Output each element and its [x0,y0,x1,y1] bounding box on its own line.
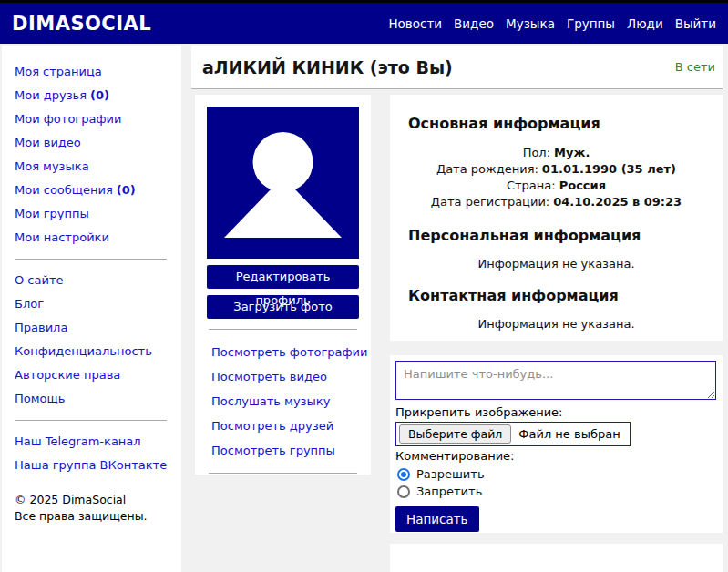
sidebar-item-my-groups[interactable]: Мои группы [15,202,170,226]
sidebar-item-my-messages[interactable]: Мои сообщения(0) [15,179,170,202]
new-post-form: Прикрепить изображение: Выберите файл Фа… [390,355,723,533]
sidebar-item-my-page[interactable]: Моя страница [15,60,170,84]
edit-profile-button[interactable]: Редактировать профиль [207,265,359,289]
sidebar-item-help[interactable]: Помощь [15,387,170,411]
deny-comments-radio[interactable] [397,485,410,498]
allow-comments-option[interactable]: Разрешить [397,465,713,483]
sidebar-item-blog[interactable]: Блог [15,292,170,316]
nav-video[interactable]: Видео [454,16,494,31]
sidebar-item-about[interactable]: О сайте [15,269,170,292]
profile-title-bar: аЛИКИЙ КИНИК (это Вы) В сети [191,46,723,89]
wall-posts-panel [390,544,723,572]
card-divider [209,329,357,330]
sidebar-item-my-friends[interactable]: Мои друзья(0) [15,84,170,107]
sidebar-item-telegram-channel[interactable]: Наш Telegram-канал [15,430,170,454]
listen-music-link[interactable]: Послушать музыку [207,389,359,414]
view-friends-link[interactable]: Посмотреть друзей [207,414,359,438]
page-title: аЛИКИЙ КИНИК (это Вы) [202,57,453,77]
nav-people[interactable]: Люди [627,16,663,31]
messages-count: (0) [117,183,136,197]
sidebar: Моя страница Мои друзья(0) Мои фотографи… [2,46,181,572]
contact-info-empty-text: Информация не указана. [408,317,704,331]
top-header: DIMASOCIAL Новости Видео Музыка Группы Л… [0,0,728,44]
basic-info-heading: Основная информация [408,115,704,132]
birthdate-row: Дата рождения:01.01.1990 (35 лет) [408,161,704,178]
post-submit-button[interactable]: Написать [395,506,479,532]
copyright-notice: © 2025 DimaSocial Все права защищены. [15,492,170,525]
nav-news[interactable]: Новости [388,16,442,31]
allow-comments-radio[interactable] [397,468,410,481]
sidebar-item-vk-group[interactable]: Наша группа ВКонтакте [15,454,170,477]
basic-info-rows: Пол:Муж. Дата рождения:01.01.1990 (35 ле… [408,145,704,210]
card-divider [209,473,357,474]
sidebar-item-my-music[interactable]: Моя музыка [15,155,170,179]
sidebar-item-copyright[interactable]: Авторские права [15,363,170,387]
profile-info-panel: Основная информация Пол:Муж. Дата рожден… [390,95,723,341]
personal-info-empty-text: Информация не указана. [408,257,704,271]
nav-logout[interactable]: Выйти [675,16,716,31]
sidebar-item-my-videos[interactable]: Мои видео [15,131,170,155]
commenting-label: Комментирование: [395,449,713,463]
profile-card: Редактировать профиль Загрузить фото Пос… [195,95,371,475]
choose-file-button[interactable]: Выберите файл [399,424,511,444]
view-videos-link[interactable]: Посмотреть видео [207,364,359,389]
upload-photo-button[interactable]: Загрузить фото [207,295,359,319]
friends-count: (0) [90,88,109,102]
sidebar-divider [15,259,167,260]
online-status-badge: В сети [675,60,715,74]
avatar-placeholder-image [207,107,359,259]
nav-music[interactable]: Музыка [506,16,555,31]
view-photos-link[interactable]: Посмотреть фотографии [207,340,359,364]
contact-info-heading: Контактная информация [408,287,704,304]
file-upload-input[interactable]: Выберите файл Файл не выбран [395,422,631,446]
file-status-text: Файл не выбран [518,427,620,441]
nav-groups[interactable]: Группы [567,16,615,31]
site-logo[interactable]: DIMASOCIAL [12,13,151,35]
top-navigation: Новости Видео Музыка Группы Люди Выйти [388,16,716,31]
country-row: Страна:Россия [408,178,704,194]
view-groups-link[interactable]: Посмотреть группы [207,438,359,463]
sidebar-item-rules[interactable]: Правила [15,316,170,340]
attach-image-label: Прикрепить изображение: [395,405,713,419]
post-text-input[interactable] [395,361,716,400]
sidebar-divider [15,420,167,421]
deny-comments-option[interactable]: Запретить [397,483,713,500]
sidebar-item-my-photos[interactable]: Мои фотографии [15,107,170,131]
gender-row: Пол:Муж. [408,145,704,161]
personal-info-heading: Персональная информация [408,227,704,244]
sidebar-item-my-settings[interactable]: Мои настройки [15,226,170,250]
sidebar-item-privacy[interactable]: Конфиденциальность [15,340,170,363]
registration-date-row: Дата регистрации:04.10.2025 в 09:23 [408,194,704,210]
